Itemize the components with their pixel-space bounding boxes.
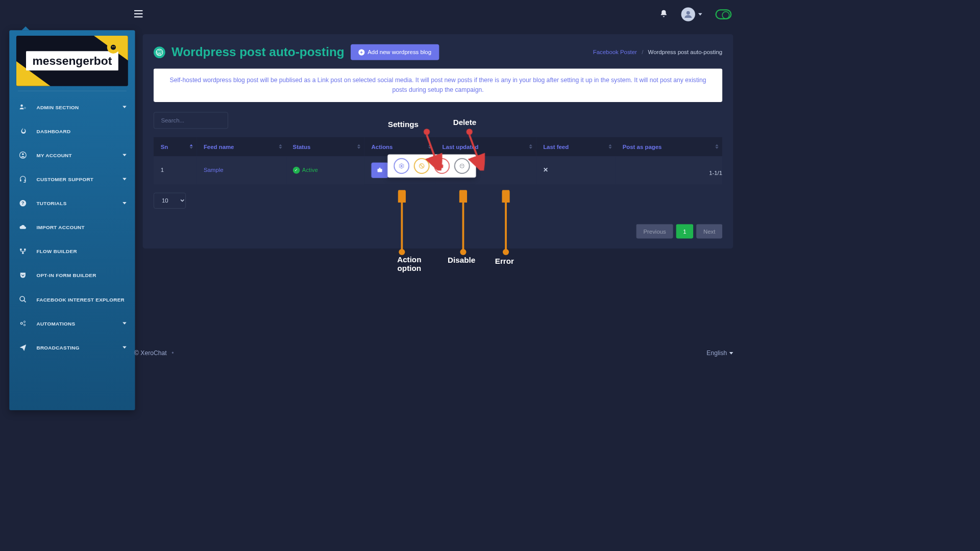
svg-point-37 xyxy=(399,249,405,255)
svg-rect-24 xyxy=(378,169,382,172)
sidebar-item-automations[interactable]: AUTOMATIONS xyxy=(9,311,135,335)
chevron-down-icon xyxy=(122,178,127,181)
sidebar-item-label: FLOW BUILDER xyxy=(36,248,126,254)
sidebar-item-opt-in-form-builder[interactable]: OPT-IN FORM BUILDER xyxy=(9,263,135,287)
send-icon xyxy=(18,342,28,353)
logo: messengerbot xyxy=(16,36,128,86)
next-button[interactable]: Next xyxy=(696,224,722,238)
breadcrumb: Facebook Poster / Wordpress post auto-po… xyxy=(593,49,722,56)
sidebar-item-facebook-interest-explorer[interactable]: FACEBOOK INTEREST EXPLORER xyxy=(9,287,135,311)
wordpress-icon xyxy=(154,46,165,58)
sidebar-item-label: AUTOMATIONS xyxy=(36,320,122,326)
prev-button[interactable]: Previous xyxy=(636,224,673,238)
sidebar-item-label: MY ACCOUNT xyxy=(36,152,122,158)
svg-line-19 xyxy=(24,300,26,303)
sidebar-item-admin-section[interactable]: ADMIN SECTION xyxy=(9,95,135,119)
sidebar: messengerbot ADMIN SECTIONDASHBOARDMY AC… xyxy=(9,30,135,410)
svg-line-32 xyxy=(427,135,437,165)
page-1-button[interactable]: 1 xyxy=(676,224,694,238)
cogs-icon xyxy=(18,318,28,329)
svg-point-7 xyxy=(20,105,23,107)
user-menu[interactable] xyxy=(681,7,702,21)
anno-disable: Disable xyxy=(448,256,475,265)
col-last-feed[interactable]: Last feed xyxy=(536,137,616,156)
chevron-down-icon xyxy=(122,154,127,157)
breadcrumb-parent[interactable]: Facebook Poster xyxy=(593,49,637,56)
svg-point-31 xyxy=(424,129,430,135)
cloud-icon xyxy=(18,222,28,232)
sidebar-item-my-account[interactable]: MY ACCOUNT xyxy=(9,143,135,167)
anno-delete: Delete xyxy=(453,118,477,127)
col-last-updated[interactable]: Last updated xyxy=(435,137,536,156)
plus-icon: + xyxy=(358,49,364,55)
anno-action-option: Action option xyxy=(388,255,431,273)
sidebar-item-import-account[interactable]: IMPORT ACCOUNT xyxy=(9,215,135,239)
arrow-action-option xyxy=(398,190,406,256)
topbar xyxy=(0,0,745,29)
col-feed-name[interactable]: Feed name xyxy=(197,137,286,156)
hamburger-menu-icon[interactable] xyxy=(134,10,143,19)
status-badge: ✓Active xyxy=(293,166,358,173)
svg-point-20 xyxy=(20,322,22,324)
sidebar-item-tutorials[interactable]: ?TUTORIALS xyxy=(9,191,135,215)
arrow-settings xyxy=(423,128,442,171)
user-circle-icon xyxy=(18,150,28,160)
sidebar-item-label: TUTORIALS xyxy=(36,201,122,206)
feed-name-link[interactable]: Sample xyxy=(204,167,224,173)
pocket-icon xyxy=(18,270,28,281)
col-sn[interactable]: Sn xyxy=(154,137,197,156)
sidebar-item-flow-builder[interactable]: FLOW BUILDER xyxy=(9,239,135,263)
add-wordpress-blog-button[interactable]: +Add new wordpress blog xyxy=(351,44,439,60)
svg-point-29 xyxy=(462,165,463,166)
copyright: © XeroChat xyxy=(134,350,167,357)
page-title: Wordpress post auto-posting xyxy=(172,45,345,59)
sidebar-item-broadcasting[interactable]: BROADCASTING xyxy=(9,335,135,359)
svg-point-25 xyxy=(401,165,402,166)
svg-rect-2 xyxy=(134,16,143,17)
settings-button[interactable] xyxy=(394,158,409,173)
sidebar-item-label: CUSTOMER SUPPORT xyxy=(36,176,122,182)
svg-point-6 xyxy=(113,46,114,47)
svg-point-22 xyxy=(23,324,25,325)
footer: © XeroChat • English xyxy=(134,350,733,357)
chevron-down-icon xyxy=(122,346,127,349)
chevron-down-icon xyxy=(122,106,127,108)
col-post-as-pages[interactable]: Post as pages xyxy=(616,137,722,156)
anno-settings: Settings xyxy=(388,120,419,129)
arrow-error xyxy=(502,190,509,256)
logo-text: messenger xyxy=(32,54,93,67)
sidebar-item-dashboard[interactable]: DASHBOARD xyxy=(9,119,135,143)
pagination: Previous 1 Next xyxy=(154,224,722,238)
actions-toggle-button[interactable] xyxy=(372,162,388,178)
svg-point-3 xyxy=(687,11,690,15)
col-status[interactable]: Status xyxy=(286,137,364,156)
svg-point-8 xyxy=(24,107,26,108)
sidebar-item-label: FACEBOOK INTEREST EXPLORER xyxy=(36,296,126,302)
sidebar-item-customer-support[interactable]: CUSTOMER SUPPORT xyxy=(9,167,135,191)
svg-rect-1 xyxy=(134,13,143,14)
svg-point-18 xyxy=(20,296,24,301)
svg-rect-17 xyxy=(22,252,23,254)
pagination-info: 1-1/1 xyxy=(709,169,722,176)
chevron-down-icon xyxy=(122,322,127,325)
language-selector[interactable]: English xyxy=(706,350,733,357)
svg-rect-15 xyxy=(20,248,21,250)
svg-line-34 xyxy=(470,135,480,165)
svg-point-10 xyxy=(22,153,24,155)
add-button-label: Add new wordpress blog xyxy=(368,49,431,56)
svg-rect-11 xyxy=(20,180,21,182)
arrow-delete xyxy=(465,128,485,171)
headset-icon xyxy=(18,174,28,184)
notifications-bell-icon[interactable] xyxy=(659,9,668,19)
search-input[interactable] xyxy=(154,112,228,129)
sidebar-item-label: BROADCASTING xyxy=(36,344,122,350)
theme-toggle[interactable] xyxy=(715,9,731,19)
page-size-select[interactable]: 10 xyxy=(154,192,186,208)
cell-sn: 1 xyxy=(154,156,197,184)
anno-error: Error xyxy=(495,257,514,265)
question-icon: ? xyxy=(18,198,28,208)
x-icon: ✕ xyxy=(543,167,548,173)
cell-post-pages xyxy=(616,156,722,184)
chevron-down-icon xyxy=(698,13,702,16)
users-cog-icon xyxy=(18,102,28,112)
